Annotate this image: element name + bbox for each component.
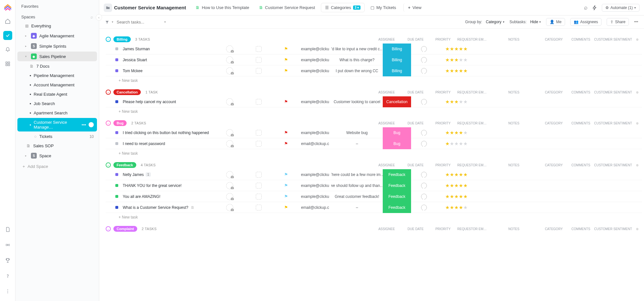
- category-chip[interactable]: Bug: [383, 138, 411, 149]
- category-chip[interactable]: Feedback: [383, 180, 411, 191]
- automate-button[interactable]: ⚙Automate (1)▾: [602, 4, 639, 12]
- new-task-button[interactable]: + New task: [106, 76, 642, 85]
- status-square[interactable]: [115, 69, 118, 72]
- favorites-header[interactable]: Favorites: [15, 0, 99, 11]
- sidebar-item-pipeline[interactable]: ▪ Pipeline Management: [17, 71, 97, 80]
- sidebar-collapse-button[interactable]: ‹: [96, 14, 102, 21]
- task-row[interactable]: Please help cancel my account ⚑ example@…: [106, 96, 642, 107]
- assignee-placeholder[interactable]: [226, 171, 233, 178]
- priority-flag-icon[interactable]: ⚑: [284, 183, 288, 188]
- new-task-button[interactable]: + New task: [106, 107, 642, 116]
- sidebar-item-docs[interactable]: 🗎 7 Docs: [17, 62, 97, 71]
- add-column-button[interactable]: ⊕: [632, 163, 642, 167]
- priority-flag-icon[interactable]: ⚑: [284, 57, 288, 62]
- group-header[interactable]: ⌄ Feedback 4 TASKS ASSIGNEEDUE DATE PRIO…: [106, 161, 642, 169]
- task-row[interactable]: Tom Mckee ⚑ example@clicku I put down th…: [106, 65, 642, 76]
- sidebar-item-account[interactable]: ▪ Account Management: [17, 81, 97, 89]
- comment-icon[interactable]: [421, 46, 427, 52]
- chevron-down-icon[interactable]: ▾: [164, 20, 166, 24]
- more-vertical-icon[interactable]: [3, 287, 12, 296]
- priority-flag-icon[interactable]: ⚑: [284, 205, 288, 210]
- due-date-placeholder[interactable]: [256, 68, 262, 74]
- category-chip[interactable]: Feedback: [383, 169, 411, 180]
- comment-icon[interactable]: [421, 99, 427, 105]
- priority-flag-icon[interactable]: ⚑: [284, 99, 288, 104]
- tab-howto[interactable]: 🗎How to Use this Template: [192, 3, 253, 12]
- collapse-group-icon[interactable]: ⌄: [106, 121, 111, 126]
- priority-flag-icon[interactable]: ⚑: [284, 172, 288, 177]
- new-task-button[interactable]: + New task: [106, 213, 642, 221]
- comment-icon[interactable]: [421, 172, 427, 178]
- add-column-button[interactable]: ⊕: [632, 227, 642, 231]
- category-chip[interactable]: Cancellation: [383, 96, 411, 107]
- tab-mytickets[interactable]: ▢My Tickets: [367, 3, 400, 12]
- status-square[interactable]: [115, 58, 118, 61]
- sidebar-item-apartment[interactable]: ▪ Apartment Search: [17, 109, 97, 117]
- status-square[interactable]: [115, 142, 118, 145]
- category-chip[interactable]: Billing: [383, 44, 411, 54]
- status-square[interactable]: [115, 173, 118, 176]
- status-square[interactable]: [115, 184, 118, 187]
- add-icon[interactable]: +: [89, 122, 94, 127]
- pulse-icon[interactable]: [3, 240, 12, 249]
- due-date-placeholder[interactable]: [256, 183, 262, 189]
- comment-icon[interactable]: [421, 205, 427, 210]
- task-row[interactable]: I need to reset password ⚑ email@clickup…: [106, 138, 642, 149]
- category-chip[interactable]: Bug: [383, 127, 411, 138]
- due-date-placeholder[interactable]: [256, 46, 262, 52]
- assignee-placeholder[interactable]: [226, 193, 233, 200]
- spaces-header[interactable]: Spaces⌕: [15, 11, 99, 21]
- me-button[interactable]: 👤Me: [546, 18, 565, 26]
- assignee-placeholder[interactable]: [226, 67, 233, 74]
- task-row[interactable]: Nelly James 1 ⚑ example@clicku There cou…: [106, 169, 642, 180]
- due-date-placeholder[interactable]: [256, 194, 262, 199]
- tab-categories[interactable]: ☰Categories3 ▾: [321, 3, 365, 12]
- comment-icon[interactable]: [421, 141, 427, 147]
- task-row[interactable]: I tried clicking on this button but noth…: [106, 127, 642, 138]
- status-square[interactable]: [115, 195, 118, 198]
- sidebar-item-sales[interactable]: ▾ ◆ Sales Pipeline: [17, 52, 97, 61]
- due-date-placeholder[interactable]: [256, 172, 262, 178]
- task-row[interactable]: You all are AMAZING! ⚑ example@clicku Gr…: [106, 191, 642, 202]
- tasks-icon[interactable]: [3, 31, 12, 40]
- assignee-placeholder[interactable]: [226, 182, 233, 189]
- comment-icon[interactable]: [421, 194, 427, 199]
- sidebar-item-tickets[interactable]: ○ Tickets 10: [17, 132, 97, 141]
- category-chip[interactable]: Billing: [383, 54, 411, 65]
- priority-flag-icon[interactable]: ⚑: [284, 68, 288, 73]
- apps-icon[interactable]: [3, 59, 12, 68]
- bolt-icon[interactable]: [592, 5, 597, 10]
- sidebar-everything[interactable]: ⊞ Everything: [17, 22, 97, 30]
- search-input[interactable]: [117, 20, 162, 24]
- home-icon[interactable]: [3, 17, 12, 26]
- new-task-button[interactable]: + New task: [106, 149, 642, 158]
- comment-icon[interactable]: [421, 57, 427, 63]
- task-row[interactable]: What is a Customer Service Request? 🗎 ⚑ …: [106, 202, 642, 213]
- assignees-button[interactable]: 👥Assignees: [570, 18, 601, 26]
- due-date-placeholder[interactable]: [256, 130, 262, 136]
- group-header[interactable]: ⌄ Complaint 2 TASKS ASSIGNEEDUE DATE PRI…: [106, 225, 642, 233]
- category-chip[interactable]: Feedback: [383, 202, 411, 213]
- status-square[interactable]: [115, 47, 118, 50]
- priority-flag-icon[interactable]: ⚑: [284, 46, 288, 51]
- sidebar-item-simple[interactable]: ▸ S Simple Sprints: [17, 41, 97, 51]
- add-column-button[interactable]: ⊕: [632, 91, 642, 94]
- group-header[interactable]: ⌄ Cancellation 1 TASK ASSIGNEEDUE DATE P…: [106, 88, 642, 96]
- status-square[interactable]: [115, 206, 118, 209]
- priority-flag-icon[interactable]: ⚑: [284, 141, 288, 146]
- sidebar-item-realestate[interactable]: ▪ Real Estate Agent: [17, 90, 97, 99]
- notifications-icon[interactable]: [3, 45, 12, 54]
- comment-icon[interactable]: [421, 68, 427, 74]
- goals-icon[interactable]: [3, 256, 12, 265]
- filter-button[interactable]: ▾: [105, 20, 113, 24]
- add-space-button[interactable]: + Add Space: [15, 161, 99, 172]
- add-view-button[interactable]: +View: [403, 3, 426, 12]
- search-icon[interactable]: ⌕: [91, 15, 93, 19]
- assignee-placeholder[interactable]: [226, 129, 233, 136]
- sidebar-item-customer-service[interactable]: ▪ Customer Service Manage… ••• +: [17, 118, 97, 131]
- task-row[interactable]: THANK YOU for the great service! ⚑ examp…: [106, 180, 642, 191]
- category-chip[interactable]: Billing: [383, 65, 411, 76]
- task-row[interactable]: James Sturman ⚑ example@clicku I'd like …: [106, 44, 642, 54]
- status-square[interactable]: [115, 131, 118, 134]
- assignee-placeholder[interactable]: [226, 98, 233, 105]
